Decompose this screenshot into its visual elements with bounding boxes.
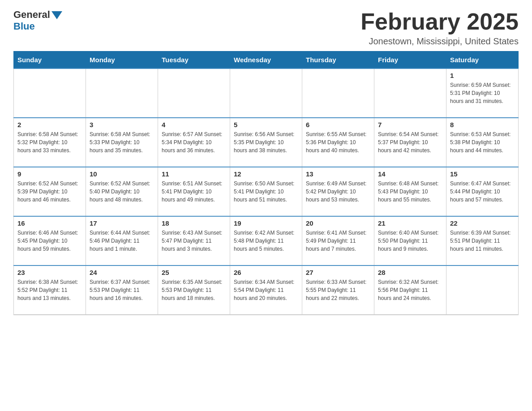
day-info: Sunrise: 6:32 AM Sunset: 5:56 PM Dayligh… bbox=[378, 278, 442, 302]
day-number: 26 bbox=[234, 269, 298, 276]
calendar-header-saturday: Saturday bbox=[446, 51, 519, 69]
day-info: Sunrise: 6:53 AM Sunset: 5:38 PM Dayligh… bbox=[450, 130, 515, 154]
day-info: Sunrise: 6:58 AM Sunset: 5:33 PM Dayligh… bbox=[90, 130, 154, 154]
day-info: Sunrise: 6:38 AM Sunset: 5:52 PM Dayligh… bbox=[17, 278, 82, 302]
day-info: Sunrise: 6:42 AM Sunset: 5:48 PM Dayligh… bbox=[234, 229, 298, 253]
day-number: 8 bbox=[450, 121, 515, 128]
subtitle: Jonestown, Mississippi, United States bbox=[360, 36, 519, 47]
day-info: Sunrise: 6:51 AM Sunset: 5:41 PM Dayligh… bbox=[162, 180, 226, 204]
calendar-cell: 3Sunrise: 6:58 AM Sunset: 5:33 PM Daylig… bbox=[86, 118, 158, 167]
calendar-header-sunday: Sunday bbox=[14, 51, 86, 69]
day-number: 4 bbox=[162, 121, 226, 128]
logo: General Blue bbox=[13, 9, 62, 32]
day-info: Sunrise: 6:46 AM Sunset: 5:45 PM Dayligh… bbox=[17, 229, 82, 253]
day-number: 20 bbox=[306, 219, 370, 227]
logo-blue-text: Blue bbox=[13, 21, 35, 32]
calendar-cell: 12Sunrise: 6:50 AM Sunset: 5:41 PM Dayli… bbox=[230, 167, 302, 216]
day-info: Sunrise: 6:57 AM Sunset: 5:34 PM Dayligh… bbox=[162, 130, 226, 154]
day-number: 5 bbox=[234, 121, 298, 128]
day-info: Sunrise: 6:43 AM Sunset: 5:47 PM Dayligh… bbox=[162, 229, 226, 253]
day-info: Sunrise: 6:49 AM Sunset: 5:42 PM Dayligh… bbox=[306, 180, 370, 204]
day-info: Sunrise: 6:55 AM Sunset: 5:36 PM Dayligh… bbox=[306, 130, 370, 154]
calendar-cell: 13Sunrise: 6:49 AM Sunset: 5:42 PM Dayli… bbox=[302, 167, 374, 216]
logo-text: General bbox=[13, 9, 62, 21]
calendar-header-thursday: Thursday bbox=[302, 51, 374, 69]
calendar-cell: 19Sunrise: 6:42 AM Sunset: 5:48 PM Dayli… bbox=[230, 216, 302, 265]
day-info: Sunrise: 6:56 AM Sunset: 5:35 PM Dayligh… bbox=[234, 130, 298, 154]
calendar-cell bbox=[158, 68, 230, 118]
calendar-cell: 10Sunrise: 6:52 AM Sunset: 5:40 PM Dayli… bbox=[86, 167, 158, 216]
day-number: 13 bbox=[306, 170, 370, 178]
day-number: 19 bbox=[234, 219, 298, 227]
calendar-cell bbox=[86, 68, 158, 118]
calendar-cell: 14Sunrise: 6:48 AM Sunset: 5:43 PM Dayli… bbox=[374, 167, 446, 216]
calendar-cell: 6Sunrise: 6:55 AM Sunset: 5:36 PM Daylig… bbox=[302, 118, 374, 167]
day-info: Sunrise: 6:50 AM Sunset: 5:41 PM Dayligh… bbox=[234, 180, 298, 204]
day-number: 17 bbox=[90, 219, 154, 227]
calendar-header-friday: Friday bbox=[374, 51, 446, 69]
day-number: 7 bbox=[378, 121, 442, 128]
day-info: Sunrise: 6:41 AM Sunset: 5:49 PM Dayligh… bbox=[306, 229, 370, 253]
day-number: 24 bbox=[90, 269, 154, 276]
day-number: 11 bbox=[162, 170, 226, 178]
day-info: Sunrise: 6:37 AM Sunset: 5:53 PM Dayligh… bbox=[90, 278, 154, 302]
day-number: 6 bbox=[306, 121, 370, 128]
calendar-cell: 5Sunrise: 6:56 AM Sunset: 5:35 PM Daylig… bbox=[230, 118, 302, 167]
calendar-header-row: SundayMondayTuesdayWednesdayThursdayFrid… bbox=[14, 51, 519, 69]
calendar-week-row: 9Sunrise: 6:52 AM Sunset: 5:39 PM Daylig… bbox=[14, 167, 519, 216]
calendar-cell: 18Sunrise: 6:43 AM Sunset: 5:47 PM Dayli… bbox=[158, 216, 230, 265]
day-info: Sunrise: 6:47 AM Sunset: 5:44 PM Dayligh… bbox=[450, 180, 515, 204]
calendar-week-row: 1Sunrise: 6:59 AM Sunset: 5:31 PM Daylig… bbox=[14, 68, 519, 118]
calendar-header-tuesday: Tuesday bbox=[158, 51, 230, 69]
calendar-header-monday: Monday bbox=[86, 51, 158, 69]
title-section: February 2025 Jonestown, Mississippi, Un… bbox=[360, 9, 519, 47]
day-number: 1 bbox=[450, 72, 515, 79]
calendar-table: SundayMondayTuesdayWednesdayThursdayFrid… bbox=[13, 51, 519, 315]
calendar-cell: 27Sunrise: 6:33 AM Sunset: 5:55 PM Dayli… bbox=[302, 265, 374, 315]
day-info: Sunrise: 6:52 AM Sunset: 5:39 PM Dayligh… bbox=[17, 180, 82, 204]
calendar-cell: 24Sunrise: 6:37 AM Sunset: 5:53 PM Dayli… bbox=[86, 265, 158, 315]
calendar-cell bbox=[230, 68, 302, 118]
calendar-cell: 17Sunrise: 6:44 AM Sunset: 5:46 PM Dayli… bbox=[86, 216, 158, 265]
calendar-cell: 4Sunrise: 6:57 AM Sunset: 5:34 PM Daylig… bbox=[158, 118, 230, 167]
calendar-cell: 1Sunrise: 6:59 AM Sunset: 5:31 PM Daylig… bbox=[446, 68, 519, 118]
day-number: 18 bbox=[162, 219, 226, 227]
calendar-cell: 28Sunrise: 6:32 AM Sunset: 5:56 PM Dayli… bbox=[374, 265, 446, 315]
calendar-header-wednesday: Wednesday bbox=[230, 51, 302, 69]
calendar-cell: 16Sunrise: 6:46 AM Sunset: 5:45 PM Dayli… bbox=[14, 216, 86, 265]
day-info: Sunrise: 6:58 AM Sunset: 5:32 PM Dayligh… bbox=[17, 130, 82, 154]
day-info: Sunrise: 6:44 AM Sunset: 5:46 PM Dayligh… bbox=[90, 229, 154, 253]
day-number: 9 bbox=[17, 170, 82, 178]
day-number: 27 bbox=[306, 269, 370, 276]
day-number: 25 bbox=[162, 269, 226, 276]
day-number: 28 bbox=[378, 269, 442, 276]
day-number: 21 bbox=[378, 219, 442, 227]
calendar-cell bbox=[374, 68, 446, 118]
day-number: 16 bbox=[17, 219, 82, 227]
day-info: Sunrise: 6:34 AM Sunset: 5:54 PM Dayligh… bbox=[234, 278, 298, 302]
calendar-cell: 11Sunrise: 6:51 AM Sunset: 5:41 PM Dayli… bbox=[158, 167, 230, 216]
calendar-cell bbox=[302, 68, 374, 118]
day-number: 15 bbox=[450, 170, 515, 178]
calendar-cell: 2Sunrise: 6:58 AM Sunset: 5:32 PM Daylig… bbox=[14, 118, 86, 167]
day-number: 10 bbox=[90, 170, 154, 178]
day-info: Sunrise: 6:40 AM Sunset: 5:50 PM Dayligh… bbox=[378, 229, 442, 253]
calendar-cell: 21Sunrise: 6:40 AM Sunset: 5:50 PM Dayli… bbox=[374, 216, 446, 265]
calendar-cell: 8Sunrise: 6:53 AM Sunset: 5:38 PM Daylig… bbox=[446, 118, 519, 167]
calendar-week-row: 2Sunrise: 6:58 AM Sunset: 5:32 PM Daylig… bbox=[14, 118, 519, 167]
logo-triangle-icon bbox=[51, 11, 62, 19]
calendar-cell: 22Sunrise: 6:39 AM Sunset: 5:51 PM Dayli… bbox=[446, 216, 519, 265]
calendar-cell: 20Sunrise: 6:41 AM Sunset: 5:49 PM Dayli… bbox=[302, 216, 374, 265]
day-info: Sunrise: 6:59 AM Sunset: 5:31 PM Dayligh… bbox=[450, 81, 515, 105]
calendar-cell bbox=[446, 265, 519, 315]
calendar-cell: 9Sunrise: 6:52 AM Sunset: 5:39 PM Daylig… bbox=[14, 167, 86, 216]
logo-general-text: General bbox=[13, 9, 50, 21]
calendar-week-row: 16Sunrise: 6:46 AM Sunset: 5:45 PM Dayli… bbox=[14, 216, 519, 265]
day-info: Sunrise: 6:52 AM Sunset: 5:40 PM Dayligh… bbox=[90, 180, 154, 204]
calendar-cell: 23Sunrise: 6:38 AM Sunset: 5:52 PM Dayli… bbox=[14, 265, 86, 315]
main-title: February 2025 bbox=[360, 9, 519, 34]
day-number: 12 bbox=[234, 170, 298, 178]
calendar-cell: 15Sunrise: 6:47 AM Sunset: 5:44 PM Dayli… bbox=[446, 167, 519, 216]
calendar-week-row: 23Sunrise: 6:38 AM Sunset: 5:52 PM Dayli… bbox=[14, 265, 519, 315]
day-number: 23 bbox=[17, 269, 82, 276]
